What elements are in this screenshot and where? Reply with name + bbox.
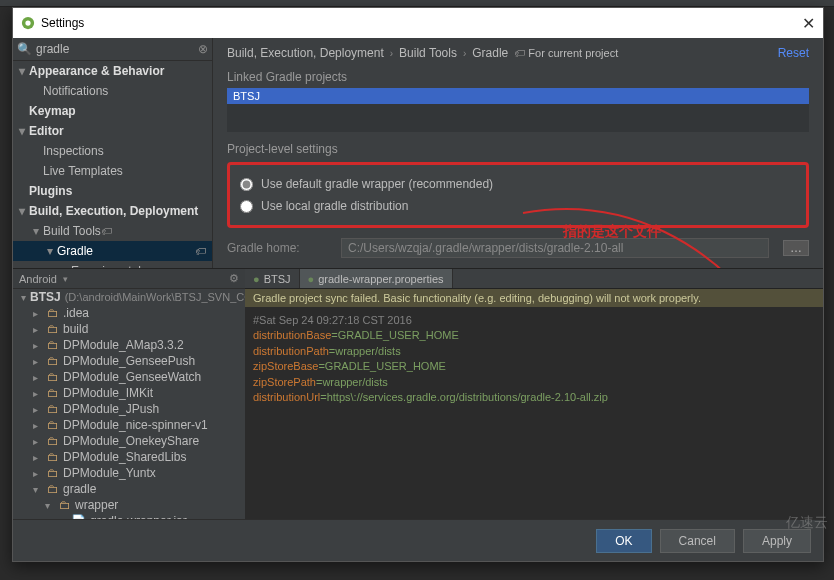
chevron-right-icon: › xyxy=(390,48,393,59)
settings-tree-item[interactable]: ▾Build, Execution, Deployment xyxy=(13,201,212,221)
svg-point-1 xyxy=(25,20,30,25)
apply-button[interactable]: Apply xyxy=(743,529,811,553)
editor-tab[interactable]: ●gradle-wrapper.properties xyxy=(300,269,453,288)
project-tree: ▾ BTSJ (D:\android\MainWork\BTSJ_SVN_COD… xyxy=(13,289,245,519)
gradle-home-input[interactable] xyxy=(341,238,769,258)
radio-local-distribution[interactable]: Use local gradle distribution xyxy=(240,195,796,217)
ide-panel: Android ▾ ⚙ ▾ BTSJ (D:\android\MainWork\… xyxy=(13,268,823,519)
settings-dialog: Settings ✕ 🔍 ⊗ ▾Appearance & BehaviorNot… xyxy=(12,7,824,562)
crumb[interactable]: Build Tools xyxy=(399,46,457,60)
editor-area: ●BTSJ●gradle-wrapper.properties Gradle p… xyxy=(245,269,823,519)
editor-tab[interactable]: ●BTSJ xyxy=(245,269,300,288)
editor-tabs: ●BTSJ●gradle-wrapper.properties xyxy=(245,269,823,289)
cancel-button[interactable]: Cancel xyxy=(660,529,735,553)
background-editor-strip xyxy=(0,0,834,7)
annotation-text: 指的是这个文件 xyxy=(563,223,661,241)
gradle-home-label: Gradle home: xyxy=(227,241,327,255)
close-icon[interactable]: ✕ xyxy=(802,14,815,33)
folder-item[interactable]: ▸🗀 DPModule_GenseePush xyxy=(13,353,245,369)
project-tool-window: Android ▾ ⚙ ▾ BTSJ (D:\android\MainWork\… xyxy=(13,269,245,519)
folder-item[interactable]: ▾🗀 wrapper xyxy=(13,497,245,513)
crumb[interactable]: Build, Execution, Deployment xyxy=(227,46,384,60)
project-root[interactable]: ▾ BTSJ (D:\android\MainWork\BTSJ_SVN_COD… xyxy=(13,289,245,305)
chevron-down-icon: ▾ xyxy=(21,292,26,303)
project-level-label: Project-level settings xyxy=(227,142,809,156)
crumb[interactable]: Gradle xyxy=(472,46,508,60)
folder-item[interactable]: ▸🗀 build xyxy=(13,321,245,337)
folder-item[interactable]: ▸🗀 DPModule_nice-spinner-v1 xyxy=(13,417,245,433)
app-icon xyxy=(21,16,35,30)
project-view-mode[interactable]: Android xyxy=(19,273,57,285)
gear-icon[interactable]: ⚙ xyxy=(229,272,239,285)
settings-tree-item[interactable]: Live Templates xyxy=(13,161,212,181)
search-input[interactable] xyxy=(36,42,198,56)
reset-link[interactable]: Reset xyxy=(778,46,809,60)
browse-button[interactable]: … xyxy=(783,240,809,256)
linked-projects-list[interactable]: BTSJ xyxy=(227,88,809,132)
folder-item[interactable]: ▸🗀 DPModule_SharedLibs xyxy=(13,449,245,465)
sync-warning-bar: Gradle project sync failed. Basic functi… xyxy=(245,289,823,307)
chevron-right-icon: › xyxy=(463,48,466,59)
chevron-down-icon: ▾ xyxy=(63,274,68,284)
search-row: 🔍 ⊗ xyxy=(13,38,212,61)
settings-tree-item[interactable]: Notifications xyxy=(13,81,212,101)
linked-projects-label: Linked Gradle projects xyxy=(227,70,809,84)
settings-tree-item[interactable]: ▾Editor xyxy=(13,121,212,141)
settings-tree-item[interactable]: ▾Build Tools🏷 xyxy=(13,221,212,241)
scope-badge: 🏷 For current project xyxy=(514,47,618,59)
folder-item[interactable]: ▸🗀 DPModule_GenseeWatch xyxy=(13,369,245,385)
settings-tree-item[interactable]: ▾Appearance & Behavior xyxy=(13,61,212,81)
search-icon: 🔍 xyxy=(17,42,32,56)
code-editor[interactable]: #Sat Sep 24 09:27:18 CST 2016 distributi… xyxy=(245,307,823,411)
radio-default-wrapper[interactable]: Use default gradle wrapper (recommended) xyxy=(240,173,796,195)
gradle-home-row: Gradle home: … xyxy=(227,238,809,258)
radio-input[interactable] xyxy=(240,200,253,213)
radio-input[interactable] xyxy=(240,178,253,191)
folder-item[interactable]: ▸🗀 DPModule_OnekeyShare xyxy=(13,433,245,449)
titlebar: Settings ✕ xyxy=(13,8,823,38)
folder-item[interactable]: ▸🗀 DPModule_Yuntx xyxy=(13,465,245,481)
wrapper-radio-group: Use default gradle wrapper (recommended)… xyxy=(227,162,809,228)
folder-item[interactable]: ▸🗀 DPModule_JPush xyxy=(13,401,245,417)
breadcrumb: Build, Execution, Deployment› Build Tool… xyxy=(227,46,809,60)
clear-search-icon[interactable]: ⊗ xyxy=(198,42,208,56)
folder-item[interactable]: ▸🗀 DPModule_IMKit xyxy=(13,385,245,401)
settings-tree-item[interactable]: ▾Gradle🏷 xyxy=(13,241,212,261)
linked-project-item[interactable]: BTSJ xyxy=(227,88,809,104)
window-title: Settings xyxy=(41,16,84,30)
folder-item[interactable]: ▸🗀 DPModule_AMap3.3.2 xyxy=(13,337,245,353)
folder-item[interactable]: ▸🗀 .idea xyxy=(13,305,245,321)
dialog-buttons: OK Cancel Apply xyxy=(13,519,823,561)
settings-tree-item[interactable]: Inspections xyxy=(13,141,212,161)
settings-tree-item[interactable]: Plugins xyxy=(13,181,212,201)
ok-button[interactable]: OK xyxy=(596,529,651,553)
folder-item[interactable]: ▾🗀 gradle xyxy=(13,481,245,497)
settings-tree-item[interactable]: Keymap xyxy=(13,101,212,121)
project-view-header[interactable]: Android ▾ ⚙ xyxy=(13,269,245,289)
